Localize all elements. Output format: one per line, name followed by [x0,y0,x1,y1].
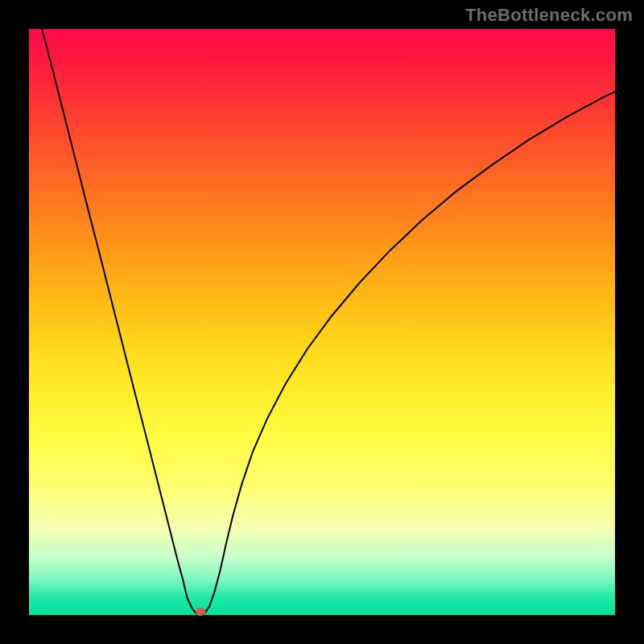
watermark-text: TheBottleneck.com [465,5,633,26]
chart-frame: TheBottleneck.com [0,0,644,644]
bottleneck-curve [29,29,615,615]
optimal-point-marker [196,608,206,616]
